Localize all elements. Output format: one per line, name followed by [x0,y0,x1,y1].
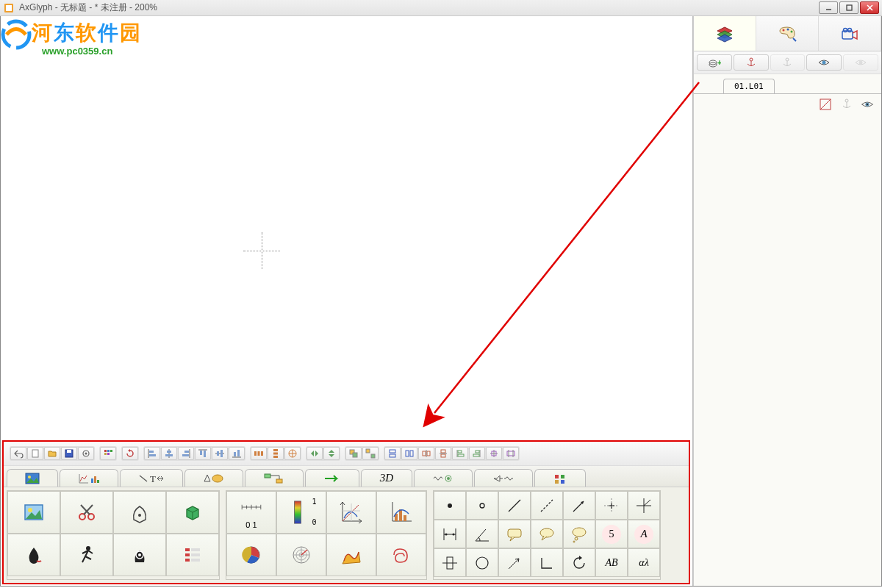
axes-tool[interactable] [326,491,376,534]
svg-rect-61 [458,454,464,456]
flip-h-button[interactable] [306,447,323,460]
open-button[interactable] [44,447,60,460]
svg-point-85 [447,477,450,480]
align-left-button[interactable] [144,447,160,460]
svg-point-99 [138,553,141,556]
palette-tab[interactable] [756,16,819,51]
tab-image[interactable] [7,469,58,487]
same-stretch-button[interactable] [503,447,519,460]
gradient-tool[interactable]: 10 [276,491,326,534]
replay-button[interactable] [122,447,138,460]
spiral-tool[interactable] [376,534,426,576]
arrow-line-tool[interactable] [563,491,595,520]
distribute-center-button[interactable] [284,447,301,460]
label-ab-tool[interactable]: AB [595,548,628,577]
speech-2-tool[interactable] [531,520,563,548]
crosshair-tool[interactable] [595,491,628,520]
save-button[interactable] [61,447,77,460]
grid-button[interactable] [100,447,116,460]
align-center-h-button[interactable] [161,447,177,460]
svg-point-97 [86,546,90,551]
dimension-tool[interactable] [434,520,466,548]
undo-button[interactable] [10,447,26,460]
cube-tool[interactable] [166,491,219,534]
svg-line-78 [140,476,147,481]
angle-tool[interactable] [628,491,660,520]
anchor-button[interactable] [734,54,769,71]
align-center-v-button[interactable] [212,447,228,460]
scissors-tool[interactable] [60,491,113,534]
same-center-button[interactable] [486,447,502,460]
same-right-button[interactable] [469,447,485,460]
gear-head-tool[interactable] [113,534,166,576]
speech-1-tool[interactable] [498,520,531,548]
angle-measure-tool[interactable] [466,520,498,548]
minimize-button[interactable] [819,1,838,14]
dashed-line-tool[interactable] [531,491,563,520]
dot-empty-tool[interactable] [466,491,498,520]
tab-3d[interactable]: 3D [361,469,412,487]
ruler-tool[interactable]: 0 1 [226,491,276,534]
layer-tab-01[interactable]: 01.L01 [723,79,775,93]
num-5-tool[interactable]: 5 [595,520,628,548]
rotate-tool[interactable] [563,548,595,577]
tab-spring[interactable] [414,469,473,487]
layers-tab[interactable] [694,16,756,51]
visible-button[interactable] [806,54,842,71]
same-left-button[interactable] [452,447,468,460]
dot-filled-tool[interactable] [434,491,466,520]
tab-flow[interactable] [245,469,304,487]
speech-3-tool[interactable] [563,520,595,548]
surface-tool[interactable] [326,534,376,576]
camera-tab[interactable] [819,16,881,51]
circle-tool[interactable] [466,548,498,577]
cross-square-tool[interactable] [434,548,466,577]
layer-row[interactable] [694,93,881,115]
pen-tool[interactable] [113,491,166,534]
group-button[interactable] [345,447,362,460]
align-bottom-button[interactable] [229,447,245,460]
same-center-v-button[interactable] [435,447,451,460]
align-right-button[interactable] [178,447,194,460]
tab-misc[interactable] [534,469,586,487]
tab-text[interactable]: T [120,469,183,487]
distribute-v-button[interactable] [268,447,284,460]
stats-tool[interactable] [376,491,426,534]
svg-rect-35 [237,450,240,456]
settings-button[interactable] [78,447,94,460]
tab-shapes[interactable] [184,469,243,487]
tab-arrow[interactable] [305,469,359,487]
svg-rect-102 [185,553,190,556]
label-alpha-tool[interactable]: αλ [628,548,660,577]
ink-tool[interactable] [7,534,60,576]
ungroup-button[interactable] [362,447,379,460]
tab-chart[interactable] [60,469,118,487]
align-top-button[interactable] [195,447,211,460]
line-tool[interactable] [498,491,531,520]
run-tool[interactable] [60,534,113,576]
pie-tool[interactable] [226,534,276,576]
maximize-button[interactable] [839,1,858,14]
list-tool[interactable] [166,534,219,576]
flip-v-button[interactable] [323,447,340,460]
same-height-button[interactable] [401,447,417,460]
visible-dim-button[interactable] [843,54,878,71]
canvas[interactable]: 河东软件园 www.pc0359.cn [1,16,693,586]
anchor-down-button[interactable] [770,54,806,71]
new-button[interactable] [27,447,43,460]
tab-circuit[interactable] [474,469,533,487]
add-layer-button[interactable]: + [697,54,732,71]
arrow-diag-tool[interactable] [498,548,531,577]
svg-rect-40 [273,453,278,455]
same-center-h-button[interactable] [418,447,434,460]
close-button[interactable] [860,1,879,14]
radar-tool[interactable] [276,534,326,576]
same-width-button[interactable] [384,447,401,460]
eye-icon[interactable] [861,98,874,110]
corner-tool[interactable] [531,548,563,577]
italic-a-tool[interactable]: A [628,520,660,548]
distribute-h-button[interactable] [251,447,267,460]
image-tool[interactable] [7,491,60,534]
annotation-arrow [420,68,714,428]
svg-rect-17 [107,453,110,455]
